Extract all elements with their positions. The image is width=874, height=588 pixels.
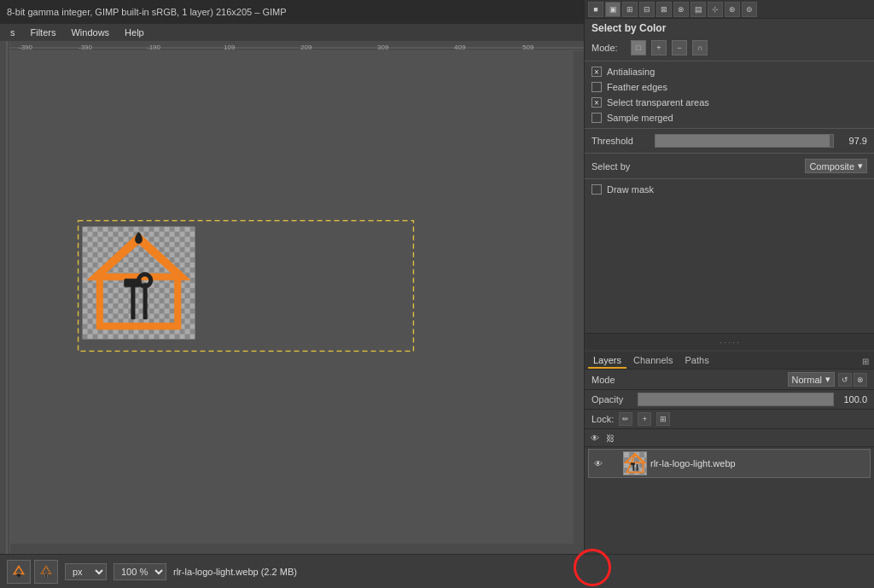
svg-text:-390: -390: [79, 44, 93, 51]
layer-eye-icon[interactable]: 👁: [592, 457, 604, 469]
tool-icon-3[interactable]: ⊞: [622, 2, 638, 17]
status-icon-2[interactable]: [34, 560, 58, 584]
threshold-fill: [656, 135, 830, 147]
status-filename: rlr-la-logo-light.webp (2.2 MB): [173, 567, 297, 577]
draw-mask-checkbox[interactable]: [591, 184, 602, 195]
tool-options-panel: ■ ▣ ⊞ ⊟ ⊠ ⊗ ▤ ⊹ ⊛ ⊜ Select by Color Mode…: [585, 0, 874, 350]
menu-item-help[interactable]: Help: [118, 26, 151, 39]
panel-resize-handle[interactable]: · · · · ·: [585, 333, 874, 350]
svg-text:309: 309: [377, 44, 389, 51]
canvas-area[interactable]: [10, 51, 584, 554]
tool-icon-6[interactable]: ⊗: [673, 2, 689, 17]
select-transparent-row: Select transparent areas: [585, 95, 874, 110]
sample-merged-checkbox[interactable]: [591, 113, 602, 123]
tool-icon-5[interactable]: ⊠: [656, 2, 672, 17]
svg-rect-20: [632, 464, 634, 471]
window-title: 8-bit gamma integer, GIMP built-in sRGB,…: [7, 7, 287, 17]
svg-text:-190: -190: [147, 44, 161, 51]
tool-icon-7[interactable]: ▤: [690, 2, 706, 17]
right-panel: ■ ▣ ⊞ ⊟ ⊠ ⊗ ▤ ⊹ ⊛ ⊜ Select by Color Mode…: [584, 0, 874, 588]
mode-subtract[interactable]: −: [672, 40, 687, 55]
mode-label: Mode:: [591, 43, 626, 53]
opacity-label: Opacity: [591, 394, 634, 405]
sample-merged-label: Sample merged: [607, 113, 673, 123]
mode-row: Mode: □ + − ∩: [585, 38, 874, 58]
tab-channels[interactable]: Channels: [628, 353, 678, 369]
tool-icon-1[interactable]: ■: [588, 2, 603, 17]
divider-1: [585, 61, 874, 61]
feather-edges-checkbox[interactable]: [591, 82, 602, 92]
layer-mode-dropdown[interactable]: Normal ▾: [788, 372, 835, 387]
lock-row: Lock: ✏ + ⊞: [585, 410, 874, 429]
layer-mode-chevron-icon: ▾: [825, 374, 830, 385]
chain-header-icon: ⛓: [603, 431, 617, 445]
antialiasing-checkbox[interactable]: [591, 67, 602, 77]
menu-item-s[interactable]: s: [3, 26, 22, 39]
tool-icon-8[interactable]: ⊹: [708, 2, 723, 17]
lock-pixels-button[interactable]: ✏: [619, 412, 632, 426]
layer-item[interactable]: 👁 rlr-la-logo-light.webp: [588, 449, 871, 478]
lock-all-button[interactable]: ⊞: [656, 412, 670, 426]
svg-marker-27: [41, 567, 50, 573]
svg-rect-25: [17, 573, 21, 575]
layers-panel-menu-icon[interactable]: ⊞: [860, 355, 871, 368]
svg-rect-21: [631, 463, 635, 465]
mode-intersect[interactable]: ∩: [692, 40, 708, 55]
draw-mask-label: Draw mask: [607, 184, 654, 195]
opacity-slider[interactable]: [638, 393, 834, 406]
canvas-inner: [10, 51, 584, 554]
handle-dots: · · · · ·: [720, 338, 739, 346]
layer-chain-icon: [608, 457, 620, 469]
feather-edges-row: Feather edges: [585, 79, 874, 95]
vertical-ruler: [0, 41, 10, 554]
zoom-select[interactable]: 100 % 50 % 200 %: [114, 563, 166, 580]
status-icon-1[interactable]: [7, 560, 31, 584]
menu-item-windows[interactable]: Windows: [64, 26, 116, 39]
opacity-row: Opacity 100.0: [585, 390, 874, 410]
divider-3: [585, 153, 874, 154]
svg-text:109: 109: [224, 44, 236, 51]
lock-label: Lock:: [591, 414, 614, 424]
threshold-row: Threshold 97.9: [585, 131, 874, 150]
canvas-scrollbar-horizontal[interactable]: [10, 544, 584, 554]
eye-header-icon: 👁: [588, 431, 602, 445]
tool-icon-9[interactable]: ⊛: [725, 2, 740, 17]
select-transparent-label: Select transparent areas: [607, 97, 709, 108]
unit-select[interactable]: px % mm: [65, 563, 107, 580]
canvas-scrollbar-vertical[interactable]: [574, 51, 584, 554]
tool-icons-row: ■ ▣ ⊞ ⊟ ⊠ ⊗ ▤ ⊹ ⊛ ⊜: [585, 0, 874, 19]
threshold-slider[interactable]: [655, 134, 834, 148]
svg-marker-23: [14, 566, 23, 573]
mode-replace[interactable]: □: [631, 40, 646, 55]
opacity-value: 100.0: [837, 394, 867, 405]
tool-icon-2[interactable]: ▣: [605, 2, 621, 17]
select-by-chevron-icon: ▾: [858, 160, 863, 172]
menu-item-filters[interactable]: Filters: [24, 26, 63, 39]
tool-icon-4[interactable]: ⊟: [639, 2, 655, 17]
canvas-image: [83, 226, 195, 339]
status-tool-icons: [7, 560, 58, 584]
layer-mode-value: Normal: [792, 375, 822, 385]
divider-2: [585, 128, 874, 129]
lock-position-button[interactable]: +: [638, 412, 651, 426]
layer-reset-icon[interactable]: ↺: [838, 373, 852, 387]
tool-options-title: Select by Color: [585, 19, 874, 38]
threshold-label: Threshold: [591, 136, 651, 146]
divider-4: [585, 178, 874, 179]
logo-svg: [83, 226, 195, 339]
layer-thumbnail: [623, 451, 647, 475]
select-by-row: Select by Composite ▾: [585, 156, 874, 176]
sample-merged-row: Sample merged: [585, 110, 874, 125]
tab-paths[interactable]: Paths: [680, 353, 714, 369]
status-bar: px % mm 100 % 50 % 200 % rlr-la-logo-lig…: [0, 554, 874, 588]
feather-edges-label: Feather edges: [607, 82, 667, 92]
layer-chain-icon[interactable]: ⊗: [854, 373, 867, 387]
select-by-dropdown[interactable]: Composite ▾: [805, 159, 867, 173]
svg-point-16: [139, 274, 151, 286]
tool-icon-10[interactable]: ⊜: [742, 2, 757, 17]
tab-layers[interactable]: Layers: [588, 353, 626, 369]
select-by-label: Select by: [591, 161, 801, 172]
mode-add[interactable]: +: [651, 40, 667, 55]
select-transparent-checkbox[interactable]: [591, 97, 602, 108]
draw-mask-row: Draw mask: [585, 182, 874, 197]
